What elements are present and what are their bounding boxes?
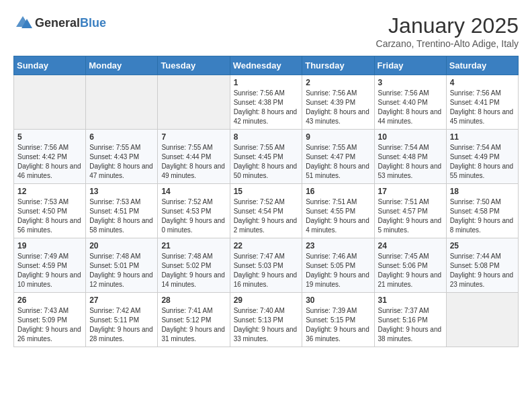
table-row: 8Sunrise: 7:55 AM Sunset: 4:45 PM Daylig…	[230, 130, 302, 184]
day-info: Sunrise: 7:40 AM Sunset: 5:13 PM Dayligh…	[234, 306, 299, 344]
day-info: Sunrise: 7:45 AM Sunset: 5:06 PM Dayligh…	[378, 252, 443, 289]
table-row: 15Sunrise: 7:52 AM Sunset: 4:54 PM Dayli…	[230, 184, 302, 238]
day-number: 19	[17, 241, 82, 250]
day-info: Sunrise: 7:56 AM Sunset: 4:40 PM Dayligh…	[378, 89, 443, 126]
day-number: 12	[17, 187, 82, 196]
table-row: 6Sunrise: 7:55 AM Sunset: 4:43 PM Daylig…	[86, 130, 158, 184]
table-row: 3Sunrise: 7:56 AM Sunset: 4:40 PM Daylig…	[374, 75, 446, 130]
day-info: Sunrise: 7:49 AM Sunset: 4:59 PM Dayligh…	[17, 252, 82, 289]
logo-icon	[13, 13, 32, 32]
day-info: Sunrise: 7:55 AM Sunset: 4:44 PM Dayligh…	[161, 143, 226, 181]
calendar-week-row: 26Sunrise: 7:43 AM Sunset: 5:09 PM Dayli…	[14, 293, 519, 347]
day-number: 27	[89, 295, 154, 305]
day-info: Sunrise: 7:56 AM Sunset: 4:39 PM Dayligh…	[306, 89, 370, 126]
day-number: 5	[17, 132, 82, 142]
table-row	[14, 75, 86, 130]
day-info: Sunrise: 7:48 AM Sunset: 5:01 PM Dayligh…	[89, 252, 154, 289]
table-row: 17Sunrise: 7:51 AM Sunset: 4:57 PM Dayli…	[374, 184, 446, 238]
calendar-week-row: 1Sunrise: 7:56 AM Sunset: 4:38 PM Daylig…	[14, 75, 519, 130]
table-row: 2Sunrise: 7:56 AM Sunset: 4:39 PM Daylig…	[302, 75, 374, 130]
day-info: Sunrise: 7:54 AM Sunset: 4:48 PM Dayligh…	[378, 143, 443, 181]
day-info: Sunrise: 7:55 AM Sunset: 4:45 PM Dayligh…	[234, 143, 299, 181]
table-row: 30Sunrise: 7:39 AM Sunset: 5:15 PM Dayli…	[302, 293, 374, 347]
calendar-table: Sunday Monday Tuesday Wednesday Thursday…	[13, 56, 519, 347]
day-info: Sunrise: 7:54 AM Sunset: 4:49 PM Dayligh…	[450, 143, 515, 181]
day-info: Sunrise: 7:48 AM Sunset: 5:02 PM Dayligh…	[161, 252, 226, 289]
table-row: 23Sunrise: 7:46 AM Sunset: 5:05 PM Dayli…	[302, 238, 374, 293]
day-info: Sunrise: 7:55 AM Sunset: 4:47 PM Dayligh…	[306, 143, 370, 181]
col-thursday: Thursday	[302, 56, 374, 75]
day-number: 1	[234, 78, 299, 87]
col-wednesday: Wednesday	[230, 56, 302, 75]
logo-general: General	[35, 16, 80, 30]
table-row: 24Sunrise: 7:45 AM Sunset: 5:06 PM Dayli…	[374, 238, 446, 293]
day-number: 15	[234, 187, 299, 196]
table-row: 26Sunrise: 7:43 AM Sunset: 5:09 PM Dayli…	[14, 293, 86, 347]
table-row: 31Sunrise: 7:37 AM Sunset: 5:16 PM Dayli…	[374, 293, 446, 347]
day-info: Sunrise: 7:46 AM Sunset: 5:05 PM Dayligh…	[306, 252, 370, 289]
day-info: Sunrise: 7:52 AM Sunset: 4:54 PM Dayligh…	[234, 197, 299, 235]
day-number: 10	[378, 132, 443, 142]
day-info: Sunrise: 7:43 AM Sunset: 5:09 PM Dayligh…	[17, 306, 82, 344]
day-info: Sunrise: 7:56 AM Sunset: 4:41 PM Dayligh…	[450, 89, 515, 126]
day-info: Sunrise: 7:51 AM Sunset: 4:55 PM Dayligh…	[306, 197, 370, 235]
day-number: 2	[306, 78, 370, 87]
title-block: January 2025 Carzano, Trentino-Alto Adig…	[376, 13, 519, 49]
day-number: 23	[306, 241, 370, 250]
day-number: 17	[378, 187, 443, 196]
day-info: Sunrise: 7:50 AM Sunset: 4:58 PM Dayligh…	[450, 197, 515, 235]
day-info: Sunrise: 7:56 AM Sunset: 4:42 PM Dayligh…	[17, 143, 82, 181]
table-row: 5Sunrise: 7:56 AM Sunset: 4:42 PM Daylig…	[14, 130, 86, 184]
table-row: 10Sunrise: 7:54 AM Sunset: 4:48 PM Dayli…	[374, 130, 446, 184]
table-row	[446, 293, 518, 347]
col-tuesday: Tuesday	[158, 56, 230, 75]
day-number: 14	[161, 187, 226, 196]
table-row: 14Sunrise: 7:52 AM Sunset: 4:53 PM Dayli…	[158, 184, 230, 238]
col-sunday: Sunday	[14, 56, 86, 75]
table-row: 11Sunrise: 7:54 AM Sunset: 4:49 PM Dayli…	[446, 130, 518, 184]
table-row: 29Sunrise: 7:40 AM Sunset: 5:13 PM Dayli…	[230, 293, 302, 347]
table-row: 12Sunrise: 7:53 AM Sunset: 4:50 PM Dayli…	[14, 184, 86, 238]
day-info: Sunrise: 7:51 AM Sunset: 4:57 PM Dayligh…	[378, 197, 443, 235]
calendar-header-row: Sunday Monday Tuesday Wednesday Thursday…	[14, 56, 519, 75]
day-number: 16	[306, 187, 370, 196]
day-number: 6	[89, 132, 154, 142]
table-row: 25Sunrise: 7:44 AM Sunset: 5:08 PM Dayli…	[446, 238, 518, 293]
table-row: 19Sunrise: 7:49 AM Sunset: 4:59 PM Dayli…	[14, 238, 86, 293]
day-number: 29	[234, 295, 299, 305]
table-row: 28Sunrise: 7:41 AM Sunset: 5:12 PM Dayli…	[158, 293, 230, 347]
table-row: 20Sunrise: 7:48 AM Sunset: 5:01 PM Dayli…	[86, 238, 158, 293]
day-info: Sunrise: 7:55 AM Sunset: 4:43 PM Dayligh…	[89, 143, 154, 181]
location-title: Carzano, Trentino-Alto Adige, Italy	[376, 38, 519, 49]
table-row	[86, 75, 158, 130]
day-info: Sunrise: 7:56 AM Sunset: 4:38 PM Dayligh…	[234, 89, 299, 126]
col-friday: Friday	[374, 56, 446, 75]
day-number: 11	[450, 132, 515, 142]
table-row: 13Sunrise: 7:53 AM Sunset: 4:51 PM Dayli…	[86, 184, 158, 238]
table-row: 22Sunrise: 7:47 AM Sunset: 5:03 PM Dayli…	[230, 238, 302, 293]
day-number: 20	[89, 241, 154, 250]
day-number: 9	[306, 132, 370, 142]
day-number: 24	[378, 241, 443, 250]
calendar-week-row: 19Sunrise: 7:49 AM Sunset: 4:59 PM Dayli…	[14, 238, 519, 293]
calendar-week-row: 12Sunrise: 7:53 AM Sunset: 4:50 PM Dayli…	[14, 184, 519, 238]
day-info: Sunrise: 7:53 AM Sunset: 4:51 PM Dayligh…	[89, 197, 154, 235]
table-row: 7Sunrise: 7:55 AM Sunset: 4:44 PM Daylig…	[158, 130, 230, 184]
day-number: 28	[161, 295, 226, 305]
calendar-week-row: 5Sunrise: 7:56 AM Sunset: 4:42 PM Daylig…	[14, 130, 519, 184]
table-row: 27Sunrise: 7:42 AM Sunset: 5:11 PM Dayli…	[86, 293, 158, 347]
table-row: 16Sunrise: 7:51 AM Sunset: 4:55 PM Dayli…	[302, 184, 374, 238]
table-row: 9Sunrise: 7:55 AM Sunset: 4:47 PM Daylig…	[302, 130, 374, 184]
col-monday: Monday	[86, 56, 158, 75]
day-number: 4	[450, 78, 515, 87]
month-title: January 2025	[376, 13, 519, 38]
day-number: 13	[89, 187, 154, 196]
day-number: 31	[378, 295, 443, 305]
day-number: 25	[450, 241, 515, 250]
day-info: Sunrise: 7:47 AM Sunset: 5:03 PM Dayligh…	[234, 252, 299, 289]
day-info: Sunrise: 7:53 AM Sunset: 4:50 PM Dayligh…	[17, 197, 82, 235]
day-info: Sunrise: 7:41 AM Sunset: 5:12 PM Dayligh…	[161, 306, 226, 344]
table-row: 21Sunrise: 7:48 AM Sunset: 5:02 PM Dayli…	[158, 238, 230, 293]
table-row	[158, 75, 230, 130]
logo: GeneralBlue	[13, 13, 106, 32]
